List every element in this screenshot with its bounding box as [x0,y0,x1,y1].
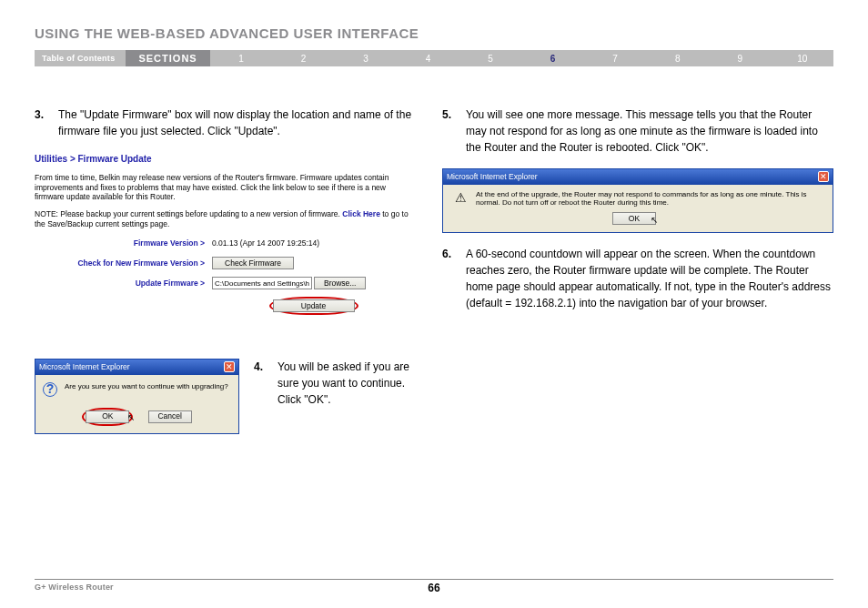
nav-toc[interactable]: Table of Contents [35,54,126,63]
right-column: 5. You will see one more message. This m… [442,106,833,434]
check-firmware-button[interactable]: Check Firmware [212,257,294,269]
page-title: USING THE WEB-BASED ADVANCED USER INTERF… [35,25,833,41]
ok-button-highlight: OK [82,408,133,426]
nav-item-7[interactable]: 7 [584,54,647,64]
confirm-dialog: Microsoft Internet Explorer ✕ ? Are you … [35,359,239,434]
page-number: 66 [428,582,439,594]
update-button-highlight: Update [269,297,358,315]
nav-item-3[interactable]: 3 [335,54,398,64]
confirm-ok-button[interactable]: OK [86,410,129,423]
nav-item-4[interactable]: 4 [397,54,459,64]
step-5: 5. You will see one more message. This m… [442,106,833,156]
step-3: 3. The "Update Firmware" box will now di… [35,106,415,139]
warning-icon: ⚠ [452,190,469,207]
nav-item-9[interactable]: 9 [709,54,772,64]
left-column: 3. The "Update Firmware" box will now di… [35,106,415,434]
firmware-update-panel: Utilities > Firmware Update From time to… [35,152,415,315]
nav-sections-label: SECTIONS [126,50,209,66]
save-backup-link[interactable]: Click Here [342,209,380,218]
nav-item-1[interactable]: 1 [210,54,273,64]
product-name: G+ Wireless Router [35,583,114,592]
step-4-number: 4. [254,359,270,421]
step-5-number: 5. [442,106,459,156]
firmware-version-label: Firmware Version > [35,238,212,249]
step-3-number: 3. [35,106,51,139]
step-3-text: The "Update Firmware" box will now displ… [58,106,415,139]
nav-item-6[interactable]: 6 [521,54,584,64]
warn-dialog-text: At the end of the upgrade, the Router ma… [476,190,823,208]
browse-button[interactable]: Browse... [314,277,366,289]
confirm-dialog-title: Microsoft Internet Explorer [39,361,130,373]
close-icon[interactable]: ✕ [224,361,235,372]
firmware-version-value: 0.01.13 (Apr 14 2007 19:25:14) [212,238,319,249]
step-6-number: 6. [442,246,459,311]
step-6: 6. A 60-second countdown will appear on … [442,246,833,311]
panel-note-prefix: NOTE: Please backup your current setting… [35,209,340,218]
close-icon[interactable]: ✕ [818,171,829,182]
nav-item-10[interactable]: 10 [771,54,833,64]
step-6-text: A 60-second countdown will appear on the… [466,246,833,311]
nav-item-8[interactable]: 8 [646,54,709,64]
warn-ok-button[interactable]: OK [612,212,656,225]
question-icon: ? [43,382,57,397]
nav-bar: Table of Contents SECTIONS 1 2 3 4 5 6 7… [35,50,833,66]
step-4-text: You will be asked if you are sure you wa… [278,359,415,421]
warn-dialog-title: Microsoft Internet Explorer [447,171,538,183]
check-firmware-label: Check for New Firmware Version > [35,258,212,269]
update-firmware-label: Update Firmware > [35,278,212,289]
panel-note: NOTE: Please backup your current setting… [35,209,415,228]
confirm-cancel-button[interactable]: Cancel [148,410,192,423]
nav-item-5[interactable]: 5 [459,54,522,64]
panel-intro: From time to time, Belkin may release ne… [35,173,415,202]
firmware-path-input[interactable]: C:\Documents and Settings\h [212,277,312,289]
panel-breadcrumb: Utilities > Firmware Update [35,152,415,166]
warn-dialog: Microsoft Internet Explorer ✕ ⚠ At the e… [442,168,833,233]
footer: G+ Wireless Router 66 [35,579,833,592]
confirm-dialog-text: Are you sure you want to continue with u… [65,382,228,391]
step-5-text: You will see one more message. This mess… [466,106,833,156]
step-4: 4. You will be asked if you are sure you… [254,359,415,421]
update-button[interactable]: Update [273,299,355,312]
nav-item-2[interactable]: 2 [272,54,335,64]
